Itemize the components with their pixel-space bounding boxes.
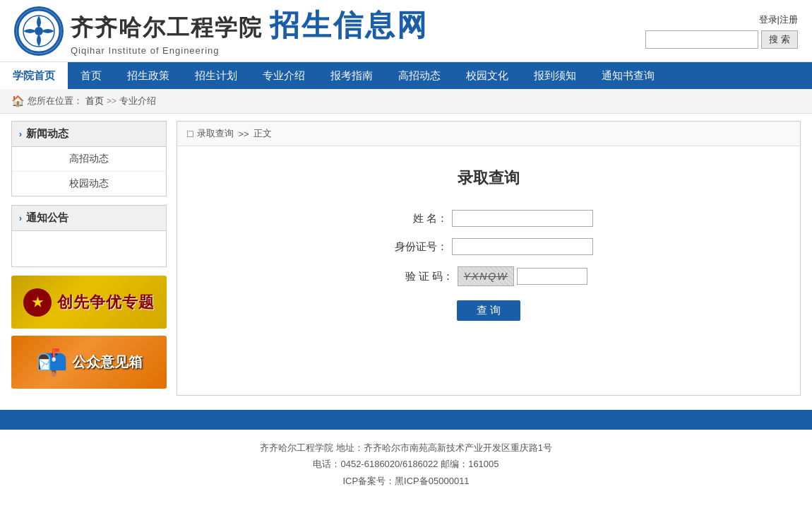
content-breadcrumb: □ 录取查询 >> 正文	[177, 122, 800, 146]
banner1-emblem: ★	[23, 288, 52, 317]
form-title: 录取查询	[191, 167, 786, 189]
search-button[interactable]: 搜 索	[761, 30, 798, 49]
captcha-input[interactable]	[517, 268, 587, 285]
banner1-content: ★ 创先争优专题	[23, 288, 155, 317]
footer: 齐齐哈尔工程学院 地址：齐齐哈尔市南苑高新技术产业开发区重庆路1号 电话：045…	[0, 430, 812, 496]
sidebar-section-news: › 新闻动态 高招动态 校园动态	[11, 121, 167, 196]
logo-cn: 齐齐哈尔工程学院	[71, 13, 263, 44]
logo-emblem	[14, 6, 64, 56]
content-body: 录取查询 姓 名： 身份证号： 验 证 码： YXNQW 查 询	[177, 146, 800, 342]
sidebar-item-xiaoyuandongtan[interactable]: 校园动态	[12, 172, 166, 196]
home-icon: 🏠	[11, 95, 25, 107]
content-breadcrumb-link[interactable]: 录取查询	[197, 127, 234, 140]
header-right: 登录|注册 搜 索	[645, 13, 798, 49]
sidebar-title-notice-label: 通知公告	[26, 211, 68, 225]
login-link[interactable]: 登录	[759, 14, 777, 25]
logo-en: Qiqihar Institute of Engineering	[71, 45, 429, 56]
sidebar-arrow-icon: ›	[19, 129, 22, 139]
nav-item-culture[interactable]: 校园文化	[453, 62, 521, 89]
footer-line2: 电话：0452-6186020/6186022 邮编：161005	[7, 456, 805, 472]
id-label: 身份证号：	[384, 240, 448, 254]
name-label: 姓 名：	[384, 212, 448, 225]
breadcrumb-sep1: >>	[107, 96, 117, 106]
sidebar-title-news: › 新闻动态	[12, 122, 166, 147]
logo-text: 齐齐哈尔工程学院 招生信息网 Qiqihar Institute of Engi…	[71, 6, 429, 56]
search-input[interactable]	[645, 30, 758, 49]
captcha-text: YXNQW	[464, 271, 508, 282]
captcha-row: 验 证 码： YXNQW	[191, 266, 786, 286]
mailbox-icon: 📬	[36, 348, 68, 377]
id-row: 身份证号：	[191, 238, 786, 255]
name-input[interactable]	[452, 210, 593, 227]
sidebar-item-gaozhaodongtan[interactable]: 高招动态	[12, 147, 166, 172]
sidebar-section-notice: › 通知公告	[11, 205, 167, 267]
name-row: 姓 名：	[191, 210, 786, 227]
nav-item-home[interactable]: 首页	[68, 62, 114, 89]
nav-item-notice[interactable]: 报到须知	[521, 62, 589, 89]
content-breadcrumb-current: 正文	[253, 127, 272, 140]
emblem-star: ★	[32, 295, 43, 310]
sidebar-arrow-icon2: ›	[19, 213, 22, 223]
logo-area: 齐齐哈尔工程学院 招生信息网 Qiqihar Institute of Engi…	[14, 6, 429, 56]
nav-item-plan[interactable]: 招生计划	[182, 62, 250, 89]
submit-row: 查 询	[191, 300, 786, 321]
main-content: › 新闻动态 高招动态 校园动态 › 通知公告 ★ 创先争优专题 📬 公众意见箱	[0, 114, 812, 403]
breadcrumb: 🏠 您所在位置： 首页 >> 专业介绍	[0, 89, 812, 114]
nav-item-major[interactable]: 专业介绍	[250, 62, 318, 89]
register-link[interactable]: 注册	[780, 14, 798, 25]
nav-item-guide[interactable]: 报考指南	[318, 62, 386, 89]
header-links: 登录|注册	[759, 13, 798, 26]
sidebar-title-notice: › 通知公告	[12, 206, 166, 231]
main-nav: 学院首页 首页 招生政策 招生计划 专业介绍 报考指南 高招动态 校园文化 报到…	[0, 62, 812, 89]
breadcrumb-home[interactable]: 首页	[85, 95, 104, 107]
svg-point-2	[35, 27, 43, 35]
sidebar-banner-gongzhong[interactable]: 📬 公众意见箱	[11, 336, 167, 389]
breadcrumb-prefix: 您所在位置：	[28, 95, 83, 107]
banner2-text: 公众意见箱	[72, 353, 143, 372]
breadcrumb-current: 专业介绍	[119, 95, 156, 107]
nav-item-policy[interactable]: 招生政策	[114, 62, 182, 89]
content-breadcrumb-icon: □	[187, 128, 193, 139]
content-breadcrumb-sep: >>	[238, 129, 249, 139]
footer-line3: ICP备案号：黑ICP备05000011	[7, 473, 805, 489]
logo-banner: 招生信息网	[270, 6, 429, 45]
footer-line1: 齐齐哈尔工程学院 地址：齐齐哈尔市南苑高新技术产业开发区重庆路1号	[7, 440, 805, 456]
search-box: 搜 索	[645, 30, 798, 49]
sidebar: › 新闻动态 高招动态 校园动态 › 通知公告 ★ 创先争优专题 📬 公众意见箱	[11, 121, 167, 396]
content-area: □ 录取查询 >> 正文 录取查询 姓 名： 身份证号： 验 证 码： YXNQ…	[177, 121, 801, 396]
captcha-image[interactable]: YXNQW	[458, 266, 514, 286]
header: 齐齐哈尔工程学院 招生信息网 Qiqihar Institute of Engi…	[0, 0, 812, 62]
banner1-text: 创先争优专题	[57, 292, 155, 313]
sidebar-title-news-label: 新闻动态	[26, 127, 68, 141]
submit-button[interactable]: 查 询	[457, 300, 520, 321]
nav-item-admit[interactable]: 通知书查询	[589, 62, 667, 89]
logo-svg	[16, 8, 61, 54]
sidebar-banner-chuanxian[interactable]: ★ 创先争优专题	[11, 276, 167, 329]
id-input[interactable]	[452, 238, 593, 255]
footer-bar	[0, 410, 812, 430]
nav-item-news[interactable]: 高招动态	[386, 62, 453, 89]
captcha-label: 验 证 码：	[390, 270, 453, 283]
nav-item-home-college[interactable]: 学院首页	[0, 62, 68, 89]
